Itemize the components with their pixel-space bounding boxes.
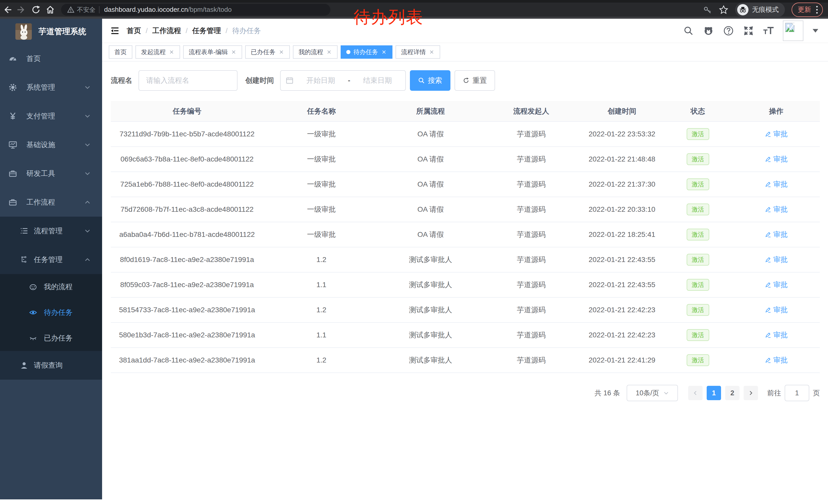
sidebar-item-todo-tasks[interactable]: 待办任务 xyxy=(0,300,102,325)
cell-created: 2022-01-22 21:37:30 xyxy=(581,172,663,197)
page-size-value: 10条/页 xyxy=(636,388,659,398)
sidebar-item-my-processes[interactable]: 我的流程 xyxy=(0,274,102,300)
next-page-button[interactable] xyxy=(744,386,758,400)
tab-my-processes[interactable]: 我的流程 xyxy=(293,45,338,59)
password-key-icon[interactable] xyxy=(703,5,712,14)
browser-back-button[interactable] xyxy=(0,3,14,17)
sidebar-item-dev-tools[interactable]: 研发工具 xyxy=(0,159,102,188)
breadcrumb-task-management[interactable]: 任务管理 xyxy=(192,26,221,36)
fullscreen-button[interactable] xyxy=(743,25,754,36)
breadcrumb-home[interactable]: 首页 xyxy=(127,26,141,36)
font-size-button[interactable] xyxy=(763,25,774,36)
annotation-todo-list: 待办列表 xyxy=(354,6,423,29)
cell-process: 测试多审批人 xyxy=(380,348,482,373)
approve-button[interactable]: 审批 xyxy=(764,154,788,164)
url-bar[interactable]: 不安全 dashboard.yudao.iocoder.cn /bpm/task… xyxy=(61,4,330,16)
browser-update-button[interactable]: 更新 xyxy=(792,3,823,17)
sidebar-collapse-button[interactable] xyxy=(107,23,123,39)
page-content: 流程名 创建时间 开始日期 - 结束日期 搜索 重置 xyxy=(102,61,828,401)
column-task-id: 任务编号 xyxy=(111,101,263,122)
approve-button[interactable]: 审批 xyxy=(764,179,788,189)
sidebar-item-label: 待办任务 xyxy=(44,308,73,317)
tab-process-detail[interactable]: 流程详情 xyxy=(396,45,440,59)
sidebar-item-home[interactable]: 首页 xyxy=(0,44,102,73)
page-size-select[interactable]: 10条/页 xyxy=(627,385,678,401)
sidebar-item-payment[interactable]: 支付管理 xyxy=(0,102,102,131)
approve-button[interactable]: 审批 xyxy=(764,280,788,290)
date-range-picker[interactable]: 开始日期 - 结束日期 xyxy=(280,70,406,91)
approve-button[interactable]: 审批 xyxy=(764,129,788,139)
page-button-1[interactable]: 1 xyxy=(707,386,721,400)
page-button-2[interactable]: 2 xyxy=(725,386,740,400)
process-name-input[interactable] xyxy=(138,70,238,91)
tab-label: 我的流程 xyxy=(299,48,323,56)
total-count: 共 16 条 xyxy=(594,388,620,398)
sidebar-item-label: 基础设施 xyxy=(27,140,55,150)
cell-task-id: 8f059c03-7ac8-11ec-a9e2-a2380e71991a xyxy=(111,272,263,297)
github-link[interactable] xyxy=(703,25,714,36)
tab-start-process[interactable]: 发起流程 xyxy=(135,45,180,59)
sidebar-item-system[interactable]: 系统管理 xyxy=(0,73,102,102)
tab-done-tasks[interactable]: 已办任务 xyxy=(245,45,290,59)
prev-page-button[interactable] xyxy=(688,386,703,400)
sidebar-item-label: 我的流程 xyxy=(44,282,73,292)
close-icon[interactable] xyxy=(429,49,434,55)
avatar[interactable] xyxy=(783,20,803,41)
edit-pencil-icon xyxy=(764,231,771,238)
sidebar-item-infrastructure[interactable]: 基础设施 xyxy=(0,131,102,159)
pagination: 共 16 条 10条/页 1 2 前往 页 xyxy=(111,385,820,401)
tab-home[interactable]: 首页 xyxy=(109,45,132,59)
sidebar-item-task-management[interactable]: 任务管理 xyxy=(0,245,102,274)
sidebar-item-label: 任务管理 xyxy=(34,255,63,265)
sidebar-item-process-management[interactable]: 流程管理 xyxy=(0,217,102,245)
search-icon xyxy=(418,77,425,84)
cell-task-name: 一级审批 xyxy=(263,172,379,197)
browser-menu-icon[interactable] xyxy=(816,6,818,13)
approve-button[interactable]: 审批 xyxy=(764,355,788,365)
end-date-placeholder[interactable]: 结束日期 xyxy=(355,76,400,85)
approve-button[interactable]: 审批 xyxy=(764,255,788,265)
search-form: 流程名 创建时间 开始日期 - 结束日期 搜索 重置 xyxy=(111,70,820,91)
table-row: 75d72608-7b7f-11ec-a3c8-acde48001122 一级审… xyxy=(111,197,820,222)
table-row: 580e1b3d-7ac8-11ec-a9e2-a2380e71991a 1.1… xyxy=(111,322,820,348)
browser-home-button[interactable] xyxy=(43,3,57,17)
approve-button[interactable]: 审批 xyxy=(764,305,788,315)
cell-created: 2022-01-22 18:25:41 xyxy=(581,222,663,247)
tab-label: 流程表单-编辑 xyxy=(189,48,228,56)
home-icon xyxy=(46,5,55,14)
edit-pencil-icon xyxy=(764,307,771,313)
goto-page-input[interactable] xyxy=(785,385,809,401)
close-icon[interactable] xyxy=(326,49,332,55)
user-menu-caret-icon[interactable] xyxy=(813,29,818,33)
close-icon[interactable] xyxy=(231,49,237,55)
reload-icon xyxy=(31,5,41,14)
cell-starter: 芋道源码 xyxy=(482,147,581,172)
tab-process-form-edit[interactable]: 流程表单-编辑 xyxy=(183,45,242,59)
approve-button[interactable]: 审批 xyxy=(764,330,788,340)
cell-starter: 芋道源码 xyxy=(482,172,581,197)
tab-todo-tasks[interactable]: 待办任务 xyxy=(341,45,392,59)
close-icon[interactable] xyxy=(169,49,174,55)
search-button[interactable]: 搜索 xyxy=(410,70,450,91)
bookmark-star-icon[interactable] xyxy=(719,5,729,15)
reset-button[interactable]: 重置 xyxy=(455,70,495,91)
browser-reload-button[interactable] xyxy=(29,3,43,17)
close-icon[interactable] xyxy=(279,49,284,55)
sidebar-item-label: 已办任务 xyxy=(44,333,73,343)
cell-starter: 芋道源码 xyxy=(482,272,581,297)
approve-button[interactable]: 审批 xyxy=(764,230,788,239)
sidebar-item-workflow[interactable]: 工作流程 xyxy=(0,188,102,217)
tags-view-bar: 首页 发起流程 流程表单-编辑 已办任务 我的流程 待办任务 流程详情 xyxy=(102,43,828,61)
app-logo-row[interactable]: 芋道管理系统 xyxy=(0,19,102,44)
edit-pencil-icon xyxy=(764,357,771,364)
close-icon[interactable] xyxy=(381,49,387,55)
column-starter: 流程发起人 xyxy=(482,101,581,122)
approve-button[interactable]: 审批 xyxy=(764,204,788,214)
breadcrumb-workflow[interactable]: 工作流程 xyxy=(152,26,181,36)
sidebar-item-done-tasks[interactable]: 已办任务 xyxy=(0,325,102,351)
sidebar-item-leave-query[interactable]: 请假查询 xyxy=(0,351,102,380)
start-date-placeholder[interactable]: 开始日期 xyxy=(298,76,343,85)
browser-forward-button[interactable] xyxy=(14,3,29,17)
help-doc-button[interactable] xyxy=(723,25,734,36)
header-search-button[interactable] xyxy=(683,25,694,36)
